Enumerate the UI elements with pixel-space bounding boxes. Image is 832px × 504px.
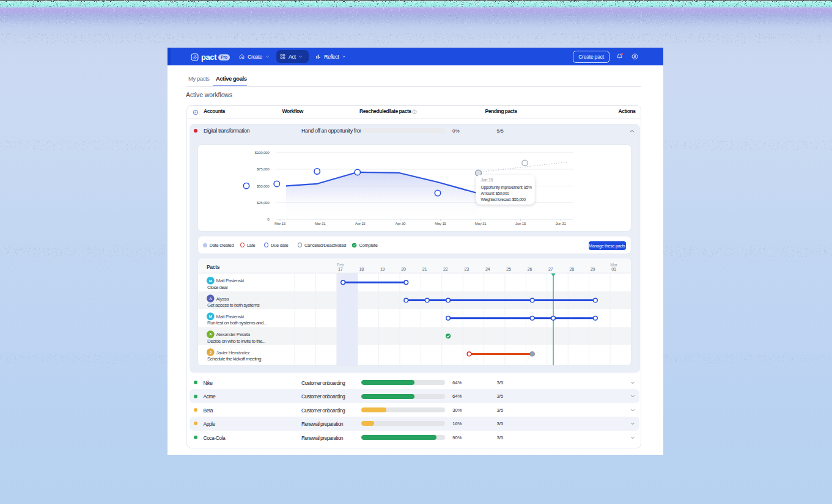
svg-text:Decide on who to invite to the: Decide on who to invite to the... <box>207 338 265 344</box>
svg-text:20: 20 <box>401 267 406 271</box>
svg-text:28: 28 <box>569 267 574 271</box>
svg-text:Amount: $50,000: Amount: $50,000 <box>480 191 509 195</box>
svg-text:Alexander Peralta: Alexander Peralta <box>216 332 250 337</box>
svg-text:Feb: Feb <box>337 263 344 267</box>
svg-text:Jun 31: Jun 31 <box>555 221 566 225</box>
svg-text:29: 29 <box>590 267 595 271</box>
svg-text:17: 17 <box>338 267 343 271</box>
svg-text:Opportunity improvement: 85%: Opportunity improvement: 85% <box>480 185 531 190</box>
svg-text:25: 25 <box>506 267 511 271</box>
svg-text:Javier Hernández: Javier Hernández <box>216 350 249 356</box>
svg-text:0: 0 <box>267 217 270 221</box>
svg-text:01: 01 <box>611 267 616 271</box>
svg-text:$25,000: $25,000 <box>256 200 269 205</box>
svg-text:Matt Pasienski: Matt Pasienski <box>216 278 244 283</box>
svg-text:21: 21 <box>422 267 427 271</box>
svg-text:Pacts: Pacts <box>207 264 220 270</box>
svg-text:Apr 30: Apr 30 <box>395 221 406 225</box>
svg-text:Weighted forecast: $55,000: Weighted forecast: $55,000 <box>480 197 526 202</box>
svg-text:$75,000: $75,000 <box>256 167 269 171</box>
svg-text:Jun 15: Jun 15 <box>480 178 493 182</box>
svg-text:Matt Pasienski: Matt Pasienski <box>216 314 244 320</box>
svg-text:M: M <box>208 315 212 318</box>
svg-text:May 15: May 15 <box>435 221 447 225</box>
svg-text:Schedule the kickoff meeting: Schedule the kickoff meeting <box>207 356 260 362</box>
svg-text:Run test on both systems and..: Run test on both systems and... <box>207 320 266 326</box>
svg-text:19: 19 <box>380 267 385 271</box>
svg-text:Jun 15: Jun 15 <box>515 221 526 225</box>
svg-text:Mar 15: Mar 15 <box>274 221 286 225</box>
svg-text:Get access to both systems: Get access to both systems <box>207 302 259 308</box>
svg-text:24: 24 <box>485 267 490 271</box>
svg-text:J: J <box>209 351 211 354</box>
svg-text:M: M <box>208 279 212 283</box>
svg-text:Close deal: Close deal <box>207 285 227 290</box>
svg-text:A: A <box>209 297 212 301</box>
svg-text:$50,000: $50,000 <box>256 184 269 188</box>
svg-text:26: 26 <box>527 267 532 271</box>
svg-text:A: A <box>209 332 212 336</box>
svg-text:23: 23 <box>464 267 469 271</box>
svg-text:Mar 31: Mar 31 <box>314 221 326 225</box>
svg-text:Apr 15: Apr 15 <box>355 221 366 225</box>
svg-text:May 31: May 31 <box>474 221 487 225</box>
svg-text:27: 27 <box>548 267 553 271</box>
svg-text:18: 18 <box>359 267 364 271</box>
svg-text:Mar: Mar <box>610 263 617 267</box>
svg-text:Alyssa: Alyssa <box>216 296 229 302</box>
svg-text:$100,000: $100,000 <box>254 150 270 155</box>
svg-text:22: 22 <box>443 267 448 271</box>
